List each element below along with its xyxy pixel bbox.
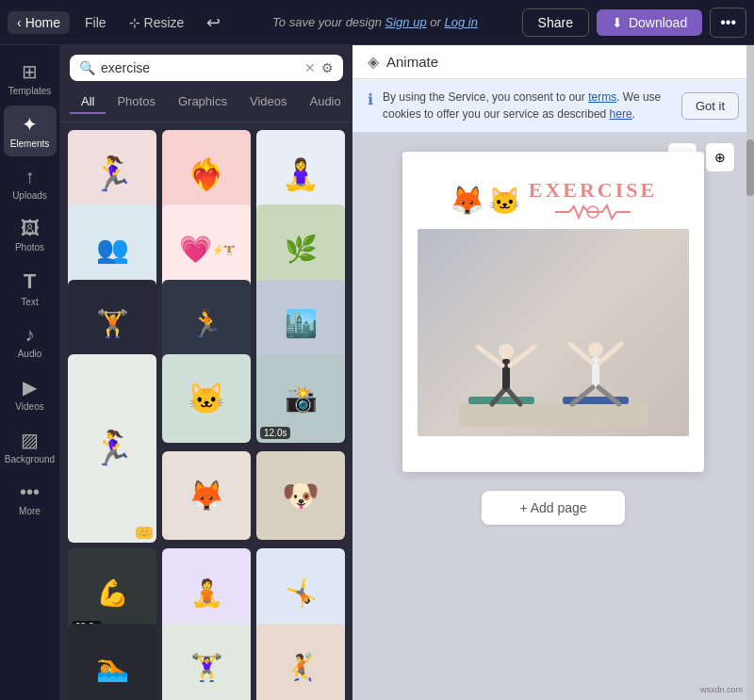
sidebar-label-background: Background xyxy=(5,454,55,464)
download-icon: ⬇ xyxy=(612,15,623,30)
search-input-wrap: 🔍 ✕ ⚙ xyxy=(70,55,343,81)
svg-line-7 xyxy=(510,347,534,366)
background-icon: ▨ xyxy=(21,429,39,451)
sidebar-label-photos: Photos xyxy=(15,242,44,252)
svg-rect-1 xyxy=(459,403,647,427)
sidebar-item-elements[interactable]: ✦ Elements xyxy=(4,106,57,156)
watermark: wsxdn.com xyxy=(700,685,743,694)
undo-button[interactable]: ↩ xyxy=(199,8,228,37)
search-clear-button[interactable]: ✕ xyxy=(304,60,316,75)
sidebar-label-videos: Videos xyxy=(15,401,43,412)
download-button[interactable]: ⬇ Download xyxy=(597,9,702,36)
elements-grid: 🏃‍♀️ ❤️‍🔥 🧘‍♀️ 👥 💗⚡🏋️ 🌿 🏋️ xyxy=(60,122,352,700)
svg-line-6 xyxy=(478,347,502,366)
filter-tabs: All Photos Graphics Videos Audio xyxy=(60,87,352,122)
tab-graphics[interactable]: Graphics xyxy=(167,90,238,114)
cookie-notice: ℹ By using the Service, you consent to o… xyxy=(352,79,754,133)
animate-icon: ◈ xyxy=(368,53,379,71)
resize-button[interactable]: ⊹ Resize xyxy=(122,11,192,34)
resize-icon: ⊹ xyxy=(129,15,140,30)
signup-link[interactable]: Sign up xyxy=(385,15,427,29)
sidebar-label-elements: Elements xyxy=(10,138,50,149)
svg-rect-2 xyxy=(468,397,534,404)
svg-line-13 xyxy=(599,344,621,363)
sidebar-item-audio[interactable]: ♪ Audio xyxy=(4,317,57,366)
canvas-page: 🦊 🐱 EXERCISE xyxy=(402,152,704,472)
scrollbar-thumb xyxy=(746,139,754,196)
list-item[interactable]: 🐶 xyxy=(256,451,345,540)
list-item[interactable]: 🐱 xyxy=(162,354,251,443)
search-bar: 🔍 ✕ ⚙ xyxy=(60,45,352,87)
exercise-header: 🦊 🐱 EXERCISE xyxy=(418,167,689,229)
home-label: Home xyxy=(25,15,60,30)
yoga-photo-inner xyxy=(418,229,689,436)
sidebar-label-more: More xyxy=(19,506,41,516)
chevron-left-icon: ‹ xyxy=(17,15,22,30)
canvas-page-inner: 🦊 🐱 EXERCISE xyxy=(402,152,704,472)
list-item[interactable]: 🏋️‍♀️ xyxy=(162,624,251,700)
top-navigation: ‹ Home File ⊹ Resize ↩ To save your desi… xyxy=(0,0,754,45)
ecg-line xyxy=(555,203,631,221)
character-stickers: 🦊 🐱 xyxy=(450,184,521,217)
here-link[interactable]: here xyxy=(610,107,632,121)
sidebar-item-photos[interactable]: 🖼 Photos xyxy=(4,210,57,260)
sidebar-label-uploads: Uploads xyxy=(12,190,47,201)
photos-icon: 🖼 xyxy=(21,218,40,239)
sidebar-item-templates[interactable]: ⊞ Templates xyxy=(4,53,57,104)
sidebar-item-uploads[interactable]: ↑ Uploads xyxy=(4,158,57,208)
list-item[interactable]: 📸 12.0s xyxy=(256,354,345,443)
character-sticker-1: 🦊 xyxy=(450,184,484,217)
add-page-icon-button[interactable]: ⊕ xyxy=(705,142,735,172)
info-icon: ℹ xyxy=(368,90,373,108)
tab-all[interactable]: All xyxy=(70,90,106,114)
tab-videos[interactable]: Videos xyxy=(238,90,299,114)
videos-icon: ▶ xyxy=(23,376,37,399)
home-button[interactable]: ‹ Home xyxy=(8,11,70,34)
got-it-button[interactable]: Got it xyxy=(681,92,739,120)
animate-bar: ◈ Animate xyxy=(352,45,754,79)
terms-link[interactable]: terms xyxy=(588,90,616,104)
search-icon: 🔍 xyxy=(79,60,95,75)
tab-photos[interactable]: Photos xyxy=(106,90,166,114)
elements-panel: 🔍 ✕ ⚙ All Photos Graphics Videos Audio 🏃… xyxy=(60,45,352,700)
svg-point-10 xyxy=(588,342,603,357)
right-panel: ◈ Animate ℹ By using the Service, you co… xyxy=(352,45,754,700)
character-sticker-2: 🐱 xyxy=(488,186,521,217)
nav-right-actions: Share ⬇ Download ••• xyxy=(522,8,746,38)
svg-point-4 xyxy=(499,344,514,359)
elements-icon: ✦ xyxy=(22,113,38,136)
more-options-button[interactable]: ••• xyxy=(710,8,746,38)
sidebar-label-templates: Templates xyxy=(8,86,52,96)
sidebar-label-audio: Audio xyxy=(18,349,42,359)
file-menu[interactable]: File xyxy=(77,11,114,34)
list-item[interactable]: 🏊 xyxy=(68,624,156,700)
canvas-area: ⧉ ⊕ 🦊 🐱 EXERCISE xyxy=(352,133,754,700)
list-item[interactable]: 🦊 xyxy=(162,451,251,540)
main-layout: ⊞ Templates ✦ Elements ↑ Uploads 🖼 Photo… xyxy=(0,45,754,700)
sidebar-item-more[interactable]: ••• More xyxy=(4,474,57,524)
templates-icon: ⊞ xyxy=(22,60,38,83)
cookie-text: By using the Service, you consent to our… xyxy=(383,89,672,122)
list-item[interactable]: 🏃‍♀️ 👑 xyxy=(68,354,156,543)
exercise-title: EXERCISE xyxy=(529,178,657,203)
tab-audio[interactable]: Audio xyxy=(298,90,352,114)
add-page-button[interactable]: + Add page xyxy=(482,491,624,525)
audio-icon: ♪ xyxy=(25,324,35,346)
save-prompt: To save your design Sign up or Log in xyxy=(236,15,514,29)
resize-label: Resize xyxy=(144,15,185,30)
login-link[interactable]: Log in xyxy=(444,15,477,29)
yoga-photo xyxy=(418,229,689,436)
yoga-figures xyxy=(459,314,647,427)
sidebar-item-background[interactable]: ▨ Background xyxy=(4,421,57,472)
sidebar: ⊞ Templates ✦ Elements ↑ Uploads 🖼 Photo… xyxy=(0,45,60,700)
list-item[interactable]: 🤾 xyxy=(256,624,345,700)
uploads-icon: ↑ xyxy=(25,166,35,187)
svg-line-12 xyxy=(570,344,592,363)
text-icon: T xyxy=(24,269,36,294)
share-button[interactable]: Share xyxy=(522,8,589,37)
sidebar-item-videos[interactable]: ▶ Videos xyxy=(4,368,57,419)
sidebar-item-text[interactable]: T Text xyxy=(4,262,57,315)
search-filter-button[interactable]: ⚙ xyxy=(321,60,334,75)
search-input[interactable] xyxy=(101,60,299,75)
canvas-scrollbar[interactable] xyxy=(746,45,754,700)
